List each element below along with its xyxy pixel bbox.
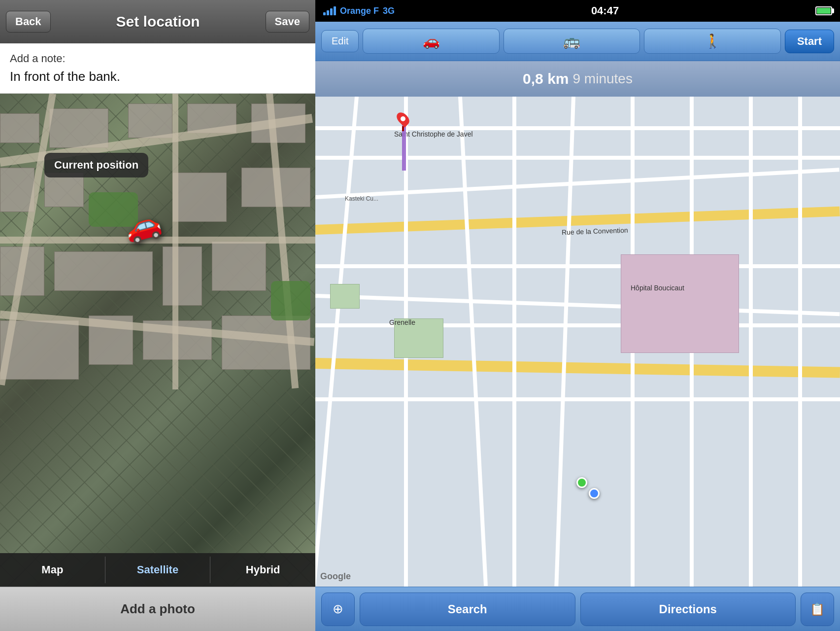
location-button[interactable]: ⊕ (321, 593, 355, 626)
street (315, 126, 840, 130)
navigation-map[interactable]: Saint Christophe de Javel Kasteki Cu... … (315, 97, 840, 587)
map-label-convention: Rue de la Convention (562, 226, 628, 237)
search-label: Search (448, 602, 487, 616)
street (315, 168, 840, 199)
destination-pin-green (576, 477, 587, 488)
walk-mode-button[interactable]: 🚶 (644, 29, 780, 54)
edit-button[interactable]: Edit (321, 30, 359, 52)
street-map-bg: Saint Christophe de Javel Kasteki Cu... … (315, 97, 840, 587)
road (172, 94, 178, 389)
note-section: Add a note: In front of the bank. (0, 43, 315, 94)
map-label-hopital: Hôpital Boucicaut (631, 284, 684, 292)
building (44, 173, 84, 207)
bus-mode-button[interactable]: 🚌 (504, 29, 640, 54)
nav-toolbar: Edit 🚗 🚌 🚶 Start (315, 22, 840, 61)
street (315, 264, 840, 268)
directions-label: Directions (659, 602, 717, 616)
street-v (554, 97, 575, 587)
network-type: 3G (383, 6, 395, 16)
map-type-satellite[interactable]: Satellite (105, 557, 211, 583)
time-display: 04:47 (591, 4, 619, 17)
share-button[interactable]: 📋 (801, 593, 834, 626)
building (163, 246, 202, 306)
back-button[interactable]: Back (6, 11, 51, 33)
right-panel: Orange F 3G 04:47 Edit 🚗 🚌 🚶 Start 0,8 k… (315, 0, 840, 631)
battery-icon (815, 6, 832, 15)
add-photo-label: Add a photo (120, 601, 195, 617)
building (54, 251, 153, 291)
map-label-kasteki: Kasteki Cu... (345, 195, 378, 202)
building (212, 242, 266, 291)
street-v (512, 97, 516, 587)
satellite-map-view[interactable]: Current position 🚗 Map Satellite Hybrid (0, 94, 315, 587)
current-location-pin (589, 488, 600, 499)
building (0, 113, 39, 143)
vegetation (271, 281, 310, 320)
building (49, 108, 108, 148)
street (315, 397, 840, 401)
current-position-label: Current position (44, 153, 148, 177)
map-label-saint-christophe: Saint Christophe de Javel (394, 130, 473, 138)
save-button[interactable]: Save (266, 11, 309, 33)
status-bar: Orange F 3G 04:47 (315, 0, 840, 22)
left-panel: Back Set location Save Add a note: In fr… (0, 0, 315, 631)
start-button[interactable]: Start (785, 30, 834, 53)
street-v (458, 97, 488, 586)
distance-km: 0,8 km (523, 70, 569, 87)
note-text: In front of the bank. (10, 69, 305, 84)
major-street-yellow-2 (315, 358, 840, 378)
street-v (315, 97, 359, 585)
start-pin (398, 111, 408, 131)
street-v (749, 97, 753, 587)
carrier-text: Orange F (340, 6, 379, 16)
right-bottom-bar: ⊕ Search Directions 📋 (315, 587, 840, 631)
distance-bar: 0,8 km 9 minutes (315, 61, 840, 97)
signal-bars (323, 6, 336, 15)
search-button[interactable]: Search (360, 593, 575, 626)
google-watermark: Google (320, 571, 351, 582)
street (315, 294, 840, 316)
map-type-map[interactable]: Map (0, 557, 105, 583)
status-left: Orange F 3G (323, 6, 395, 16)
hospital-block (621, 254, 739, 353)
page-title: Set location (116, 13, 200, 30)
set-location-header: Back Set location Save (0, 0, 315, 43)
note-label: Add a note: (10, 52, 305, 65)
park-block (330, 284, 360, 309)
street (315, 156, 840, 160)
building (172, 173, 227, 222)
map-label-grenelle: Grenelle (389, 318, 415, 326)
signal-bar-2 (327, 10, 329, 15)
building (128, 104, 172, 138)
map-type-hybrid[interactable]: Hybrid (210, 557, 315, 583)
signal-bar-3 (330, 8, 333, 15)
signal-bar-4 (334, 6, 336, 15)
directions-button[interactable]: Directions (580, 593, 796, 626)
add-photo-bar[interactable]: Add a photo (0, 587, 315, 631)
distance-minutes: 9 minutes (573, 71, 633, 87)
street-v (798, 97, 802, 587)
car-mode-button[interactable]: 🚗 (363, 29, 499, 54)
battery-fill (817, 8, 831, 14)
signal-bar-1 (323, 12, 326, 15)
map-type-bar: Map Satellite Hybrid (0, 553, 315, 587)
